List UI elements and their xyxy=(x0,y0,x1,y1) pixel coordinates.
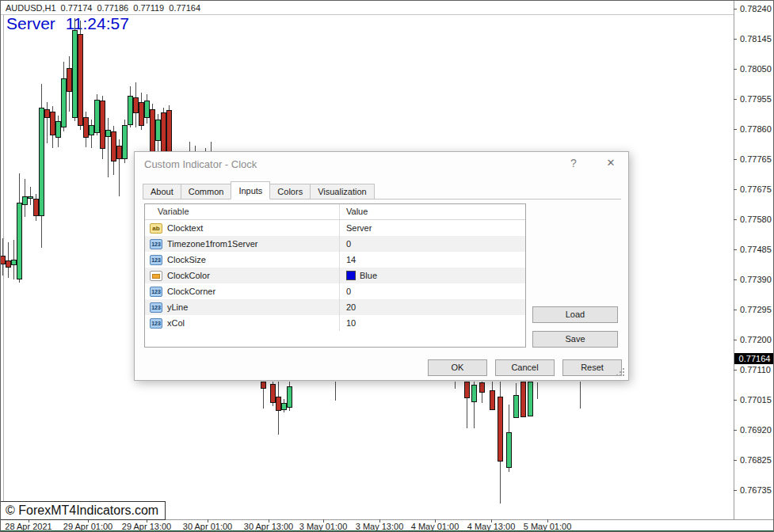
table-row[interactable]: 123ClockSize14 xyxy=(145,252,525,268)
number-type-icon: 123 xyxy=(150,287,162,297)
dialog-title: Custom Indicator - Clock xyxy=(144,158,257,170)
candle-body xyxy=(89,125,94,135)
table-row[interactable]: 123Timezone1from1Server0 xyxy=(145,236,525,252)
symbol-ohlc-bar: AUDUSD,H1 0.77174 0.77186 0.77119 0.7716… xyxy=(6,3,200,13)
color-swatch xyxy=(346,271,356,280)
save-button[interactable]: Save xyxy=(532,331,618,348)
price-axis-label: 0.77580 xyxy=(740,215,772,224)
value-cell[interactable]: Blue xyxy=(339,268,525,283)
candle-body xyxy=(67,68,72,92)
candle-body xyxy=(155,120,161,141)
price-axis-label: 0.77955 xyxy=(740,94,772,104)
candle-body xyxy=(17,203,22,279)
price-axis-tick xyxy=(734,460,737,461)
reset-button[interactable]: Reset xyxy=(562,359,622,376)
value-cell[interactable]: Server xyxy=(339,220,525,236)
number-type-icon: 123 xyxy=(150,302,162,313)
custom-indicator-dialog: Custom Indicator - Clock ? ✕ AboutCommon… xyxy=(134,151,629,381)
inputs-table: VariableValueabClocktextServer123Timezon… xyxy=(144,203,526,348)
candle-body xyxy=(471,385,477,402)
price-axis-label: 0.78145 xyxy=(740,34,772,44)
value-cell[interactable]: 0 xyxy=(339,236,525,252)
dialog-titlebar[interactable]: Custom Indicator - Clock ? ✕ xyxy=(135,152,628,176)
number-type-icon: 123 xyxy=(150,255,162,265)
candle-wick xyxy=(108,118,109,177)
price-axis-label: 0.77200 xyxy=(740,335,772,344)
candle-body xyxy=(33,199,39,216)
help-icon[interactable]: ? xyxy=(566,157,581,171)
value-cell[interactable]: 10 xyxy=(339,315,525,331)
table-row[interactable]: abClocktextServer xyxy=(145,220,525,236)
candle-body xyxy=(6,260,11,268)
candle-body xyxy=(287,386,292,408)
candle-body xyxy=(513,395,519,418)
value-cell[interactable]: 14 xyxy=(339,252,525,268)
price-axis-label: 0.77295 xyxy=(740,305,772,314)
candle-body xyxy=(28,196,33,199)
close-icon[interactable]: ✕ xyxy=(602,157,620,171)
price-axis-tick xyxy=(734,9,737,10)
candle-body xyxy=(44,109,50,118)
price-axis-tick xyxy=(734,99,737,100)
candle-body xyxy=(122,125,128,159)
price-axis-label: 0.77860 xyxy=(740,124,772,134)
candle-body xyxy=(50,112,55,135)
price-axis-tick xyxy=(734,340,737,340)
tab-about[interactable]: About xyxy=(143,184,181,200)
price-axis-tick xyxy=(734,400,737,401)
variable-cell: abClocktext xyxy=(145,220,339,236)
table-row[interactable]: ClockColorBlue xyxy=(145,268,525,283)
value-cell[interactable]: 0 xyxy=(339,283,525,299)
time-axis-tick xyxy=(323,519,324,522)
price-axis-tick xyxy=(734,69,737,70)
candle-body xyxy=(498,397,503,462)
candle-body xyxy=(11,260,17,265)
candle-body xyxy=(128,96,133,125)
table-row[interactable]: 123ClockCorner0 xyxy=(145,283,525,299)
time-axis-tick xyxy=(435,519,436,522)
price-axis-label: 0.77110 xyxy=(740,365,771,374)
chart-left-border xyxy=(3,14,4,519)
candle-body xyxy=(490,390,495,410)
candle-body xyxy=(520,382,526,417)
candle-body xyxy=(22,196,28,205)
price-axis-tick xyxy=(734,430,737,431)
price-axis-tick xyxy=(734,39,737,40)
dialog-tabs: AboutCommonInputsColorsVisualization xyxy=(143,181,374,200)
candle-body xyxy=(139,102,144,126)
price-axis-tick xyxy=(734,159,737,160)
time-axis-tick xyxy=(547,519,548,522)
color-type-icon xyxy=(150,271,162,281)
number-type-icon: 123 xyxy=(150,239,162,249)
price-axis-tick xyxy=(734,249,737,250)
header-variable: Variable xyxy=(145,204,339,219)
candle-body xyxy=(281,403,287,410)
candle-body xyxy=(39,108,44,216)
candle-body xyxy=(100,101,105,149)
time-axis-tick xyxy=(208,519,208,522)
tab-colors[interactable]: Colors xyxy=(269,184,311,200)
time-axis-tick xyxy=(269,519,269,522)
resize-grip-icon[interactable] xyxy=(623,368,624,370)
value-cell[interactable]: 20 xyxy=(339,299,525,315)
candle-wick xyxy=(455,382,456,389)
clock-indicator-text: Server 11:24:57 xyxy=(6,14,129,33)
candle-body xyxy=(55,121,61,138)
tab-visualization[interactable]: Visualization xyxy=(310,184,375,200)
candle-body xyxy=(105,130,111,137)
load-button[interactable]: Load xyxy=(532,306,618,323)
price-axis-label: 0.76825 xyxy=(740,455,772,465)
table-header-row: VariableValue xyxy=(145,204,525,220)
copyright-label: © ForexMT4Indicators.com xyxy=(1,501,166,520)
cancel-button[interactable]: Cancel xyxy=(495,359,555,376)
ok-button[interactable]: OK xyxy=(428,359,487,376)
time-axis-tick xyxy=(379,519,380,522)
candle-body xyxy=(144,101,150,118)
variable-cell: 123Timezone1from1Server xyxy=(145,236,339,252)
price-axis-label: 0.77485 xyxy=(740,245,772,254)
variable-cell: 123xCol xyxy=(145,315,339,331)
tab-common[interactable]: Common xyxy=(181,184,232,200)
table-row[interactable]: 123xCol10 xyxy=(145,315,525,331)
tab-inputs[interactable]: Inputs xyxy=(231,181,270,200)
table-row[interactable]: 123yLine20 xyxy=(145,299,525,315)
